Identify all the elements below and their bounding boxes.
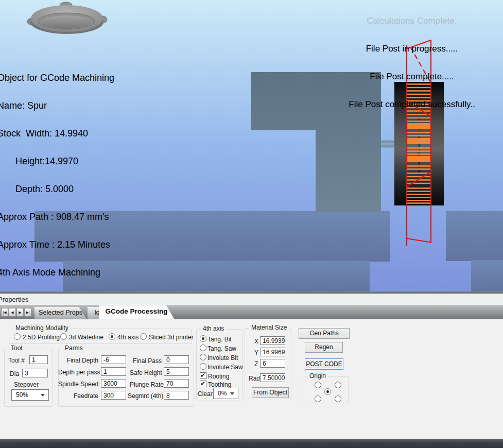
clear-select[interactable]: 0% — [213, 388, 238, 399]
origin-bottom-left-radio[interactable] — [315, 395, 321, 402]
segmnt-4th-label: Segmnt (4th) — [128, 392, 162, 400]
origin-center-radio[interactable] — [324, 388, 331, 395]
safe-height-label: Safe Height — [130, 369, 162, 376]
radio-25d-profiling[interactable] — [14, 333, 21, 340]
dia-label: Dia — [10, 370, 19, 377]
radio-4th-axis-label[interactable]: 4th axis — [117, 334, 138, 341]
spindle-speed-label: Spindle Speed: — [58, 381, 98, 388]
material-y-label: Y — [254, 349, 258, 356]
stepover-select[interactable]: 50% — [11, 389, 49, 401]
radio-involute-saw[interactable] — [200, 363, 206, 370]
depth-per-pass-input[interactable]: 1 — [101, 367, 126, 376]
radio-4th-axis[interactable] — [109, 333, 115, 340]
toothing-checkbox[interactable] — [200, 381, 206, 387]
chevron-down-icon — [41, 394, 45, 397]
clear-label: Clear — [198, 390, 213, 398]
radio-3d-waterline-label[interactable]: 3d Waterline — [69, 334, 103, 341]
final-pass-label: Final Pass — [130, 357, 162, 365]
feedrate-input[interactable]: 300 — [101, 391, 126, 400]
gcode-processing-panel: Machining Modality 2.5D Profiling 3d Wat… — [0, 319, 503, 439]
segmnt-4th-input[interactable]: 8 — [164, 391, 189, 400]
status-bar — [0, 439, 503, 448]
object-info-text: Object for GCode Machining Name: Spur St… — [0, 55, 114, 314]
material-rad-input[interactable]: 7.50000 — [260, 373, 285, 382]
final-pass-input[interactable]: 0 — [164, 355, 189, 364]
tab-nav-first-button[interactable]: |◀ — [1, 308, 8, 317]
origin-top-right-radio[interactable] — [335, 382, 341, 388]
tool-number-input[interactable]: 1 — [29, 355, 48, 364]
toolpath-bars — [406, 123, 431, 162]
plunge-rate-input[interactable]: 70 — [164, 379, 189, 388]
fourth-axis-group-label: 4th axis — [201, 325, 226, 332]
radio-sliced-3d-printer[interactable] — [140, 333, 147, 340]
radio-involute-saw-label[interactable]: Involute Saw — [207, 364, 243, 371]
rooting-checkbox-label[interactable]: Rooting — [208, 373, 229, 380]
feedrate-label: Feedrate — [58, 392, 98, 400]
radio-3d-waterline[interactable] — [60, 333, 67, 340]
material-x-label: X — [254, 338, 258, 345]
parms-group-label: Parms — [63, 344, 85, 352]
radio-25d-profiling-label[interactable]: 2.5D Profiling — [23, 334, 60, 341]
toothing-checkbox-label[interactable]: Toothing — [208, 381, 231, 388]
chevron-down-icon — [230, 392, 234, 395]
tab-nav-prev-button[interactable]: ◀ — [9, 308, 16, 317]
safe-height-input[interactable]: 5 — [164, 367, 189, 376]
stepover-value: 50% — [16, 391, 28, 399]
post-status-text: Calculations Complete. File Post in prog… — [319, 0, 503, 118]
panel-title: Properties — [0, 296, 28, 303]
material-z-input[interactable]: 6 — [260, 359, 285, 368]
radio-tang-bit-label[interactable]: Tang. Bit — [207, 336, 232, 343]
dia-input[interactable]: 3 — [22, 369, 48, 377]
material-y-input[interactable]: 16.9969 — [260, 348, 285, 356]
final-depth-label: Final Depth — [58, 357, 98, 364]
tool-number-label: Tool # — [8, 357, 25, 364]
radio-tang-saw[interactable] — [200, 344, 206, 351]
plunge-rate-label: Plunge Rate — [130, 381, 162, 388]
regen-button[interactable]: Regen — [305, 342, 343, 353]
origin-bottom-right-radio[interactable] — [335, 395, 341, 402]
radio-sliced-3d-printer-label[interactable]: Sliced 3d printer — [149, 334, 194, 341]
radio-tang-bit[interactable] — [200, 335, 206, 342]
material-rad-label: Rad — [249, 375, 260, 382]
origin-group-label: Origin — [307, 372, 328, 380]
tab-nav-next-button[interactable]: ▶ — [16, 308, 24, 317]
gen-paths-button[interactable]: Gen Paths — [299, 328, 350, 339]
status-faded-line: Calculations Complete. — [319, 16, 503, 26]
tab-strip: |◀ ◀ ▶ ▶| Selected Props log GCode Proce… — [0, 305, 503, 319]
stepover-label: Stepover — [10, 381, 42, 388]
material-x-input[interactable]: 16.9939 — [260, 336, 285, 345]
radio-tang-saw-label[interactable]: Tang. Saw — [207, 345, 236, 352]
material-z-label: Z — [254, 360, 258, 368]
tab-selected-props[interactable]: Selected Props — [34, 307, 86, 319]
tab-gcode-processing[interactable]: GCode Processing — [99, 305, 174, 319]
radio-involute-bit[interactable] — [200, 354, 206, 360]
from-object-button[interactable]: From Object — [252, 387, 289, 398]
radio-involute-bit-label[interactable]: Involute Bit — [207, 354, 238, 361]
material-size-group-label: Material Size — [249, 324, 289, 331]
depth-per-pass-label: Depth per pass: — [58, 369, 98, 376]
clear-value: 0% — [218, 390, 227, 397]
origin-top-left-radio[interactable] — [315, 382, 321, 388]
rooting-checkbox[interactable] — [200, 372, 206, 379]
spindle-speed-input[interactable]: 3000 — [101, 379, 126, 388]
panel-header: Properties — [0, 294, 503, 305]
post-code-button[interactable]: POST CODE — [305, 358, 343, 370]
tab-nav-last-button[interactable]: ▶| — [24, 308, 31, 317]
machining-modality-label: Machining Modality — [13, 324, 71, 332]
final-depth-input[interactable]: -6 — [101, 355, 126, 364]
tool-group-label: Tool — [9, 344, 24, 352]
